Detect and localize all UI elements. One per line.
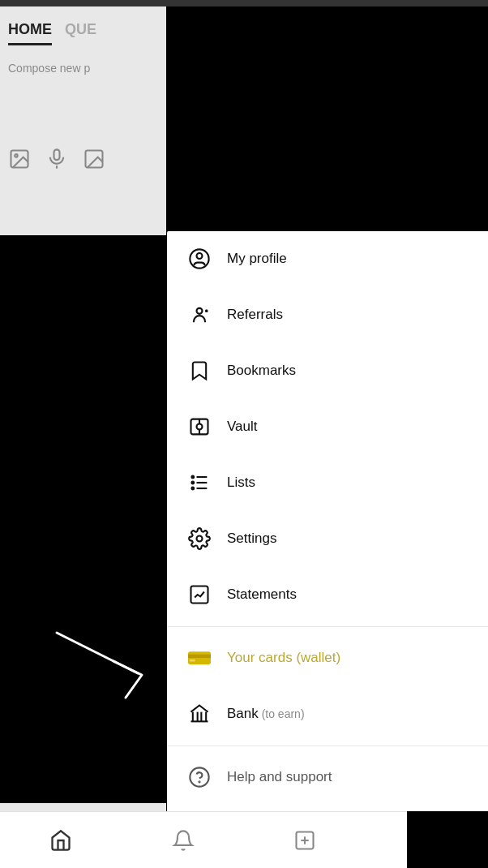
- menu-item-lists[interactable]: Lists: [167, 455, 488, 511]
- help-label: Help and support: [227, 769, 332, 785]
- svg-point-7: [197, 308, 203, 314]
- vault-icon: [186, 414, 212, 440]
- my-profile-label: My profile: [227, 251, 287, 267]
- svg-point-1: [15, 154, 18, 157]
- menu-item-help[interactable]: Help and support: [167, 750, 488, 806]
- bank-label: Bank (to earn): [227, 706, 305, 722]
- settings-label: Settings: [227, 531, 276, 547]
- svg-point-18: [197, 536, 203, 542]
- tab-queue[interactable]: QUE: [65, 21, 96, 45]
- svg-rect-2: [54, 149, 60, 160]
- statements-icon: [186, 582, 212, 608]
- menu-divider-1: [167, 626, 488, 627]
- vault-label: Vault: [227, 419, 258, 435]
- side-drawer: My profile Referrals Bookmarks: [167, 231, 488, 868]
- profile-icon: [186, 246, 212, 272]
- compose-hint: Compose new p: [0, 45, 166, 83]
- lists-label: Lists: [227, 475, 255, 491]
- cards-icon: [186, 645, 212, 671]
- status-bar: [0, 0, 488, 6]
- nav-home[interactable]: [32, 820, 89, 861]
- app-toolbar: [0, 83, 166, 178]
- home-nav-icon: [49, 829, 72, 852]
- bookmarks-icon: [186, 358, 212, 384]
- your-cards-label: Your cards (wallet): [227, 650, 340, 666]
- menu-item-your-cards[interactable]: Your cards (wallet): [167, 630, 488, 686]
- statements-label: Statements: [227, 587, 297, 603]
- svg-point-16: [191, 482, 194, 484]
- lists-icon: [186, 470, 212, 496]
- gif-icon: [83, 148, 105, 170]
- nav-notifications[interactable]: [155, 820, 212, 861]
- referrals-label: Referrals: [227, 307, 283, 323]
- svg-point-17: [191, 488, 194, 490]
- tab-home[interactable]: HOME: [8, 21, 52, 45]
- svg-point-28: [190, 767, 208, 786]
- arrow-drawing: [41, 584, 170, 730]
- settings-icon: [186, 526, 212, 552]
- svg-point-15: [191, 476, 194, 479]
- referrals-icon: [186, 302, 212, 328]
- menu-item-vault[interactable]: Vault: [167, 399, 488, 455]
- svg-rect-21: [188, 655, 211, 658]
- svg-rect-19: [191, 587, 208, 604]
- nav-compose[interactable]: [276, 820, 333, 861]
- help-icon: [186, 764, 212, 790]
- bell-nav-icon: [172, 829, 195, 852]
- menu-item-bookmarks[interactable]: Bookmarks: [167, 343, 488, 399]
- svg-point-9: [197, 424, 203, 430]
- menu-item-my-profile[interactable]: My profile: [167, 231, 488, 287]
- svg-point-6: [197, 253, 203, 259]
- menu-divider-2: [167, 746, 488, 746]
- menu-item-bank[interactable]: Bank (to earn): [167, 686, 488, 742]
- bookmarks-label: Bookmarks: [227, 363, 296, 379]
- bottom-nav: [0, 811, 488, 868]
- mic-icon: [45, 148, 68, 170]
- menu-item-statements[interactable]: Statements: [167, 567, 488, 623]
- menu-item-referrals[interactable]: Referrals: [167, 287, 488, 343]
- bank-icon: [186, 701, 212, 727]
- image-icon: [8, 148, 31, 170]
- svg-rect-22: [190, 660, 195, 662]
- compose-nav-icon: [293, 829, 316, 852]
- black-corner-bottom-right: [407, 811, 488, 868]
- svg-point-29: [199, 781, 199, 782]
- menu-item-settings[interactable]: Settings: [167, 511, 488, 567]
